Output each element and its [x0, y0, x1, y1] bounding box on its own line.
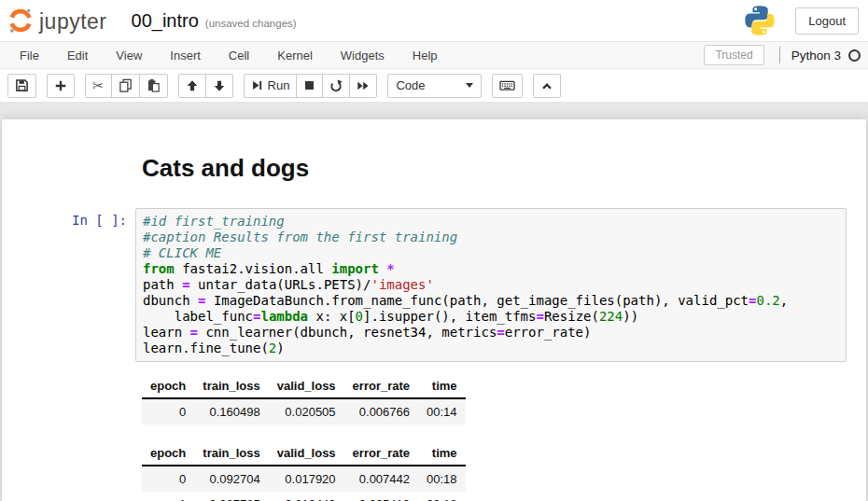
menu-item-view[interactable]: View: [102, 42, 156, 68]
table-cell: 0.012449: [269, 492, 344, 501]
code-line: # CLICK ME: [143, 245, 839, 261]
floppy-icon: [15, 78, 29, 92]
table-cell: 0.020505: [269, 398, 344, 424]
table-cell: 0.160498: [194, 398, 268, 424]
header: jupyter 00_intro (unsaved changes) Logou…: [0, 0, 868, 41]
table-cell: 1: [142, 492, 194, 501]
menu-bar: FileEditViewInsertCellKernelWidgetsHelp …: [0, 41, 868, 69]
menu-item-edit[interactable]: Edit: [53, 42, 102, 68]
table-row: 00.0927040.0179200.00744200:18: [142, 466, 466, 492]
table-header-cell: error_rate: [344, 441, 418, 466]
code-line: label_func=lambda x: x[0].isupper(), ite…: [143, 309, 839, 325]
table-cell: 0.005413: [344, 492, 418, 501]
paste-icon: [147, 78, 161, 92]
stop-icon: [303, 79, 315, 91]
command-palette-button[interactable]: [492, 74, 523, 98]
menu-item-kernel[interactable]: Kernel: [263, 42, 327, 68]
table-cell: 0.007442: [344, 466, 418, 492]
table-header-cell: epoch: [142, 374, 194, 398]
paste-cell-button[interactable]: [139, 74, 168, 98]
table-cell: 00:18: [418, 492, 466, 501]
restart-kernel-button[interactable]: [322, 74, 350, 98]
markdown-prompt: [2, 154, 135, 183]
code-line: learn = cnn_learner(dbunch, resnet34, me…: [143, 325, 839, 341]
fast-forward-icon: [357, 79, 370, 92]
chevron-up-icon: [540, 79, 553, 92]
input-prompt: In [ ]:: [2, 208, 135, 501]
output-table: epochtrain_lossvalid_losserror_ratetime0…: [142, 441, 466, 501]
kernel-status-icon: [848, 49, 861, 62]
code-line: learn.fine_tune(2): [143, 341, 839, 356]
interrupt-kernel-button[interactable]: [296, 74, 323, 98]
table-cell: 00:14: [418, 398, 466, 424]
menu-bar-items: FileEditViewInsertCellKernelWidgetsHelp: [6, 42, 452, 68]
table-cell: 0: [142, 466, 194, 492]
table-cell: 0.017920: [269, 466, 344, 492]
table-header-cell: train_loss: [194, 374, 268, 398]
code-line: dbunch = ImageDataBunch.from_name_func(p…: [143, 293, 839, 309]
python-logo-icon: [745, 6, 775, 35]
menu-item-help[interactable]: Help: [399, 42, 452, 68]
checkpoint-status: (unsaved changes): [205, 18, 297, 29]
table-header-cell: train_loss: [194, 441, 268, 466]
chevron-up-button[interactable]: [533, 74, 561, 98]
caret-down-icon: [466, 83, 473, 88]
table-cell: 0.027785: [194, 492, 268, 501]
notebook-title[interactable]: 00_intro: [132, 10, 199, 32]
toolbar: ✂: [0, 69, 868, 102]
kernel-name: Python 3: [791, 49, 841, 63]
code-cell: In [ ]: #id first_training#caption Resul…: [2, 208, 866, 501]
table-row: 00.1604980.0205050.00676600:14: [142, 398, 466, 424]
notebook-container: Cats and dogs In [ ]: #id first_training…: [2, 119, 866, 501]
table-header-row: epochtrain_lossvalid_losserror_ratetime: [142, 441, 466, 466]
output-table: epochtrain_lossvalid_losserror_ratetime0…: [142, 374, 466, 424]
table-header-cell: error_rate: [344, 374, 418, 398]
jupyter-logo[interactable]: jupyter: [7, 7, 107, 35]
arrow-up-icon: [186, 79, 199, 92]
menu-item-insert[interactable]: Insert: [156, 42, 215, 68]
step-forward-icon: [251, 79, 263, 91]
insert-cell-button[interactable]: [47, 74, 75, 98]
copy-cell-button[interactable]: [111, 74, 140, 98]
code-line: #caption Results from the first training: [143, 230, 839, 245]
table-header-cell: valid_loss: [269, 374, 344, 398]
menu-item-file[interactable]: File: [6, 42, 53, 68]
table-header-cell: epoch: [142, 441, 194, 466]
run-label: Run: [268, 78, 290, 92]
run-button[interactable]: Run: [244, 74, 298, 98]
save-button[interactable]: [7, 74, 36, 98]
cell-type-dropdown[interactable]: Code: [387, 74, 482, 98]
code-editor[interactable]: #id first_training#caption Results from …: [135, 208, 847, 362]
page-title: Cats and dogs: [135, 154, 847, 183]
code-line: path = untar_data(URLs.PETS)/'images': [143, 277, 839, 293]
kernel-divider: [779, 47, 780, 63]
markdown-cell[interactable]: Cats and dogs: [2, 154, 866, 183]
table-header-row: epochtrain_lossvalid_losserror_ratetime: [142, 374, 466, 398]
trusted-badge[interactable]: Trusted: [704, 45, 763, 65]
table-header-cell: time: [418, 374, 466, 398]
cell-type-value: Code: [396, 78, 425, 92]
notebook-site: Cats and dogs In [ ]: #id first_training…: [0, 102, 868, 501]
table-header-cell: time: [418, 441, 466, 466]
cut-cell-button[interactable]: ✂: [85, 74, 112, 98]
keyboard-icon: [499, 78, 515, 92]
restart-run-all-button[interactable]: [349, 74, 377, 98]
move-cell-down-button[interactable]: [205, 74, 233, 98]
refresh-icon: [329, 79, 343, 92]
table-header-cell: valid_loss: [269, 441, 344, 466]
scissors-icon: ✂: [92, 78, 105, 92]
logout-button[interactable]: Logout: [795, 7, 859, 35]
code-line: from fastai2.vision.all import *: [143, 261, 839, 277]
cell-outputs: epochtrain_lossvalid_losserror_ratetime0…: [135, 374, 847, 501]
code-line: #id first_training: [143, 214, 839, 230]
table-cell: 0.092704: [194, 466, 268, 492]
table-cell: 0.006766: [344, 398, 418, 424]
move-cell-up-button[interactable]: [178, 74, 206, 98]
menu-item-cell[interactable]: Cell: [215, 42, 263, 68]
arrow-down-icon: [213, 79, 226, 92]
copy-icon: [119, 78, 133, 92]
jupyter-logo-icon: [7, 7, 34, 34]
table-row: 10.0277850.0124490.00541300:18: [142, 492, 466, 501]
menu-item-widgets[interactable]: Widgets: [327, 42, 399, 68]
table-cell: 00:18: [418, 466, 466, 492]
